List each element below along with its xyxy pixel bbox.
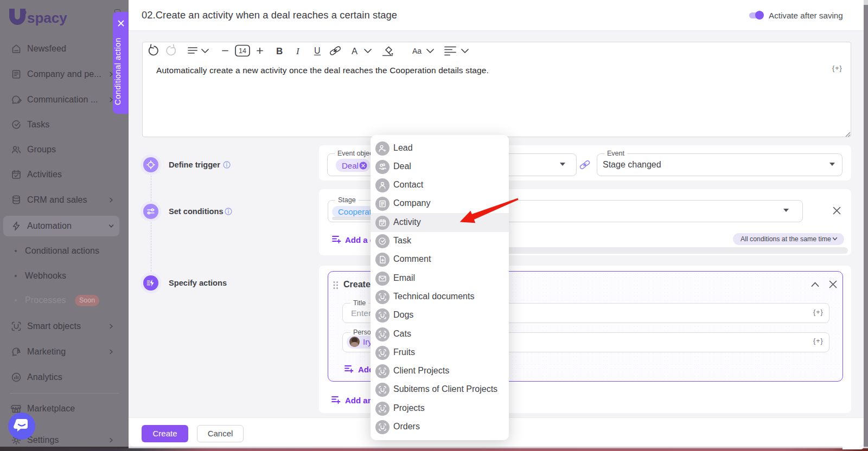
- svg-text:A: A: [352, 46, 358, 56]
- svg-text:U: U: [314, 46, 321, 55]
- svg-text:I: I: [296, 46, 300, 56]
- svg-text:14: 14: [239, 47, 246, 55]
- svg-text:B: B: [276, 46, 283, 56]
- svg-text:Aa: Aa: [412, 47, 422, 55]
- svg-text:spacy: spacy: [27, 10, 67, 26]
